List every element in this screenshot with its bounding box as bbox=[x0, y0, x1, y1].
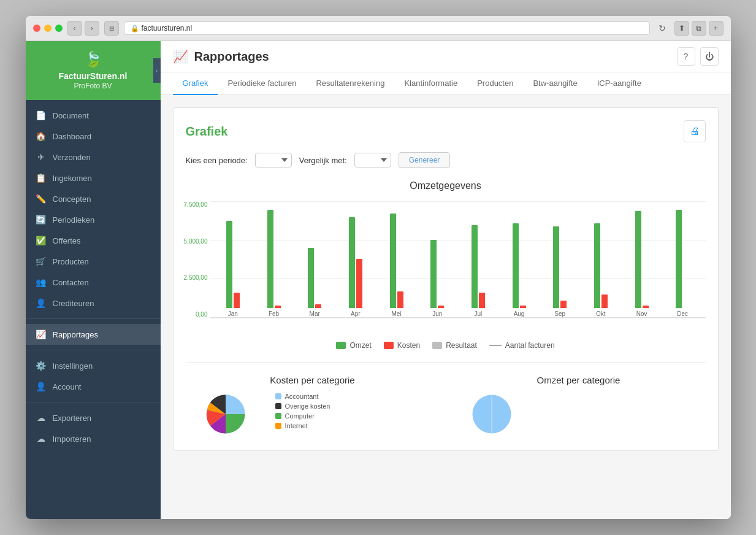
omzet-pie-chart bbox=[452, 393, 532, 438]
new-window-button[interactable]: ⧉ bbox=[692, 21, 706, 36]
sidebar-item-periodieken[interactable]: 🔄 Periodieken bbox=[26, 209, 161, 230]
bar-kosten bbox=[560, 301, 567, 308]
legend-item-kosten: Kosten bbox=[384, 341, 420, 350]
lock-icon: 🔒 bbox=[131, 25, 139, 33]
kosten-legend-item: Internet bbox=[275, 422, 330, 429]
month-bars bbox=[594, 198, 608, 308]
share-button[interactable]: ⬆ bbox=[674, 21, 689, 36]
sidebar-item-importeren[interactable]: ☁ Importeren bbox=[26, 428, 161, 449]
kosten-legend-item: Overige kosten bbox=[275, 402, 330, 410]
print-button[interactable]: 🖨 bbox=[684, 120, 706, 142]
card-header: Grafiek 🖨 bbox=[186, 120, 706, 142]
sidebar-item-ingekomen[interactable]: 📋 Ingekomen bbox=[26, 167, 161, 188]
filter-row: Kies een periode: Vergelijk met: Generee… bbox=[186, 152, 706, 168]
content-area[interactable]: Grafiek 🖨 Kies een periode: Vergelijk me… bbox=[161, 95, 731, 519]
tab-btw-aangifte[interactable]: Btw-aangifte bbox=[523, 72, 587, 95]
month-group-nov: Nov bbox=[621, 198, 662, 317]
month-group-sep: Sep bbox=[540, 198, 581, 317]
nav-label-exporteren: Exporteren bbox=[53, 414, 92, 423]
nav-label-dashboard: Dashboard bbox=[53, 132, 92, 141]
sidebar-item-instellingen[interactable]: ⚙️ Instellingen bbox=[26, 355, 161, 376]
chart-divider bbox=[186, 362, 706, 363]
tab-klantinformatie[interactable]: Klantinformatie bbox=[394, 72, 467, 95]
sidebar-item-crediteuren[interactable]: 👤 Crediteuren bbox=[26, 293, 161, 314]
sidebar-item-dashboard[interactable]: 🏠 Dashboard bbox=[26, 126, 161, 147]
bar-kosten bbox=[601, 294, 608, 308]
tab-producten[interactable]: Producten bbox=[467, 72, 523, 95]
tab-grafiek[interactable]: Grafiek bbox=[173, 72, 218, 95]
page-header: 📈 Rapportages ? ⏻ bbox=[161, 41, 731, 72]
bar-kosten bbox=[643, 306, 649, 308]
sidebar-item-rapportages[interactable]: 📈 Rapportages bbox=[26, 324, 161, 345]
address-bar[interactable]: 🔒 factuursturen.nl bbox=[124, 21, 650, 35]
refresh-button[interactable]: ↻ bbox=[655, 21, 670, 36]
back-button[interactable]: ‹ bbox=[67, 21, 82, 36]
kosten-pie-chart bbox=[186, 393, 265, 438]
nav-label-crediteuren: Crediteuren bbox=[53, 299, 94, 308]
sidebar-logo: 🍃 FactuurSturen.nl ProFoto BV › bbox=[26, 41, 161, 100]
legend-color-omzet bbox=[336, 342, 346, 349]
kosten-title: Kosten per categorie bbox=[186, 375, 440, 385]
tab-icp-aangifte[interactable]: ICP-aangifte bbox=[587, 72, 651, 95]
app-container: 🍃 FactuurSturen.nl ProFoto BV › 📄 Docume… bbox=[26, 41, 731, 519]
nav-divider-2 bbox=[26, 350, 161, 350]
sidebar-item-offertes[interactable]: ✅ Offertes bbox=[26, 230, 161, 251]
month-group-dec: Dec bbox=[662, 198, 703, 317]
sidebar-item-contacten[interactable]: 👥 Contacten bbox=[26, 272, 161, 293]
header-actions: ? ⏻ bbox=[677, 47, 719, 66]
nav-icon-document: 📄 bbox=[36, 110, 47, 120]
bar-omzet bbox=[308, 248, 314, 308]
month-bars bbox=[349, 198, 362, 308]
sidebar-item-document[interactable]: 📄 Document bbox=[26, 105, 161, 126]
tab-resultatenrekening[interactable]: Resultatenrekening bbox=[306, 72, 394, 95]
sidebar-item-producten[interactable]: 🛒 Producten bbox=[26, 251, 161, 272]
add-tab-button[interactable]: + bbox=[709, 21, 724, 36]
close-button[interactable] bbox=[33, 25, 40, 32]
omzet-pie-container bbox=[452, 393, 706, 438]
sidebar-collapse-arrow[interactable]: › bbox=[153, 58, 161, 83]
month-label: Jun bbox=[432, 310, 442, 317]
month-label: Sep bbox=[554, 310, 565, 317]
pie-legend-text: Accountant bbox=[285, 393, 319, 400]
legend-label-resultaat: Resultaat bbox=[446, 341, 477, 350]
tabs-bar: GrafiekPeriodieke facturenResultatenreke… bbox=[161, 72, 731, 95]
bar-omzet bbox=[472, 225, 478, 308]
bar-kosten bbox=[479, 293, 485, 308]
power-button[interactable]: ⏻ bbox=[700, 47, 719, 66]
window-toggle-button[interactable]: ⊟ bbox=[104, 21, 119, 36]
bar-omzet bbox=[430, 240, 437, 308]
sidebar-item-exporteren[interactable]: ☁ Exporteren bbox=[26, 407, 161, 428]
logo-leaf-icon: 🍃 bbox=[36, 51, 151, 68]
month-bars bbox=[553, 198, 567, 308]
bar-omzet bbox=[553, 226, 559, 308]
maximize-button[interactable] bbox=[55, 25, 63, 32]
bar-omzet bbox=[594, 223, 600, 308]
forward-button[interactable]: › bbox=[85, 21, 99, 36]
tab-periodieke-facturen[interactable]: Periodieke facturen bbox=[218, 72, 306, 95]
compare-select[interactable] bbox=[354, 153, 391, 167]
month-label: Jan bbox=[228, 310, 238, 317]
browser-actions: ⬆ ⧉ + bbox=[674, 21, 724, 36]
genereer-button[interactable]: Genereer bbox=[399, 152, 451, 168]
bar-kosten bbox=[397, 291, 403, 308]
nav-icon-offertes: ✅ bbox=[36, 236, 47, 245]
legend-item-aantal: → Aantal facturen bbox=[489, 341, 555, 350]
month-group-mei: Mei bbox=[376, 198, 417, 317]
nav-label-importeren: Importeren bbox=[53, 434, 91, 444]
bar-kosten bbox=[520, 306, 526, 308]
help-button[interactable]: ? bbox=[677, 47, 695, 66]
month-bars bbox=[308, 198, 321, 308]
legend-label-kosten: Kosten bbox=[397, 341, 420, 350]
minimize-button[interactable] bbox=[44, 25, 52, 32]
legend-color-kosten bbox=[384, 342, 394, 349]
sidebar-item-verzonden[interactable]: ✈ Verzonden bbox=[26, 147, 161, 167]
kosten-section: Kosten per categorie bbox=[186, 375, 440, 438]
pie-legend-text: Internet bbox=[285, 422, 308, 429]
sidebar-item-account[interactable]: 👤 Account bbox=[26, 376, 161, 397]
nav-icon-account: 👤 bbox=[36, 382, 47, 391]
bar-kosten bbox=[275, 306, 281, 308]
period-select[interactable] bbox=[255, 153, 292, 167]
nav-icon-rapportages: 📈 bbox=[36, 329, 47, 339]
nav-label-periodieken: Periodieken bbox=[53, 215, 95, 225]
sidebar-item-concepten[interactable]: ✏️ Concepten bbox=[26, 188, 161, 209]
